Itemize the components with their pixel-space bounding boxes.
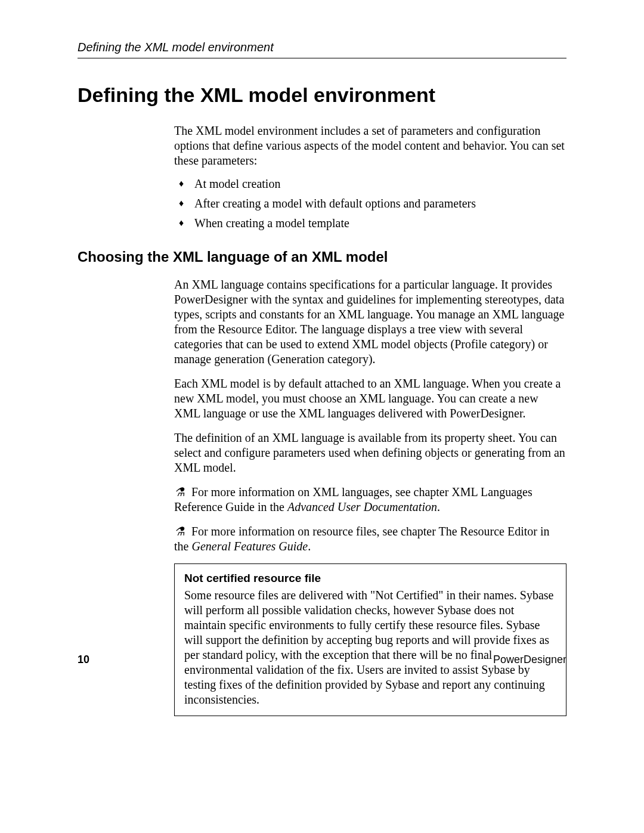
page-title: Defining the XML model environment (78, 83, 566, 107)
intro-paragraph: The XML model environment includes a set… (174, 123, 566, 168)
glasses-icon: ⚗ (174, 525, 188, 538)
paragraph: Each XML model is by default attached to… (174, 376, 566, 421)
section-heading: Choosing the XML language of an XML mode… (78, 249, 566, 265)
note-ital: General Features Guide (191, 540, 308, 553)
glasses-icon: ⚗ (174, 485, 188, 498)
page-number: 10 (78, 654, 89, 666)
info-note: ⚗ For more information on XML languages,… (174, 485, 566, 515)
callout-body: Some resource files are delivered with "… (184, 588, 556, 707)
bullet-list: At model creation After creating a model… (174, 176, 566, 231)
paragraph: The definition of an XML language is ava… (174, 431, 566, 475)
callout-box: Not certified resource file Some resourc… (174, 563, 566, 716)
note-tail: . (437, 500, 440, 513)
body-content: The XML model environment includes a set… (174, 123, 566, 231)
paragraph: An XML language contains specifications … (174, 277, 566, 367)
callout-title: Not certified resource file (184, 571, 556, 586)
list-item: After creating a model with default opti… (174, 196, 566, 211)
note-ital: Advanced User Documentation (287, 500, 437, 513)
running-header: Defining the XML model environment (78, 41, 566, 58)
document-page: Defining the XML model environment Defin… (0, 0, 644, 833)
page-footer: 10 PowerDesigner (78, 654, 566, 666)
product-name: PowerDesigner (493, 654, 566, 666)
list-item: At model creation (174, 176, 566, 191)
list-item: When creating a model template (174, 216, 566, 231)
section-body: An XML language contains specifications … (174, 277, 566, 716)
note-tail: . (308, 540, 311, 553)
info-note: ⚗ For more information on resource files… (174, 524, 566, 554)
